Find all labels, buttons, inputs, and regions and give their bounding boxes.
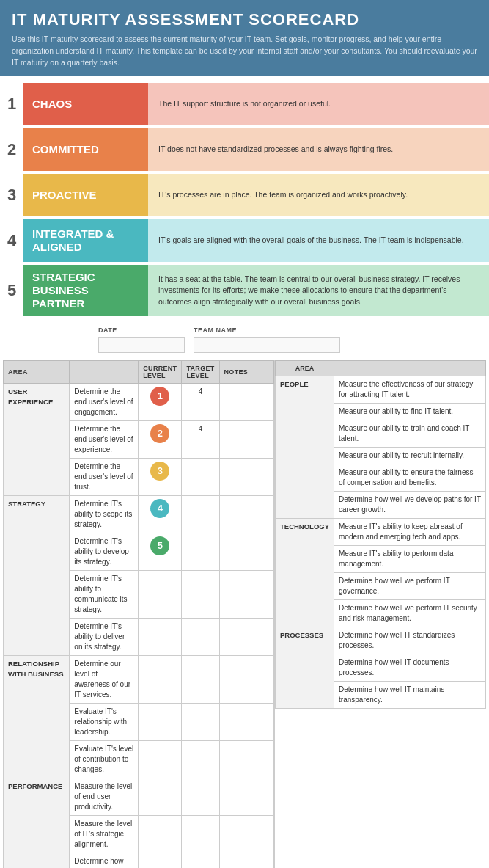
notes-cell (219, 619, 273, 656)
level-desc-1: The IT support structure is not organize… (148, 83, 489, 125)
right-area-cell: PROCESSES (276, 627, 334, 709)
right-area-cell: TECHNOLOGY (276, 519, 334, 627)
current-level-cell (139, 571, 182, 619)
table-row: TECHNOLOGYMeasure IT's ability to keep a… (276, 519, 486, 546)
target-level-cell: 4 (182, 421, 219, 459)
level-num-3: 3 (0, 174, 23, 216)
current-level-cell: 4 (139, 496, 182, 533)
task-cell: Evaluate IT's relationship with leadersh… (70, 704, 139, 741)
level-badge: 5 (150, 536, 169, 555)
level-desc-2: IT does not have standardized processes … (148, 128, 489, 171)
notes-cell (219, 459, 273, 496)
area-cell: RELATIONSHIP WITH BUSINESS (4, 656, 70, 778)
task-cell: Determine IT's ability to develop its st… (70, 533, 139, 571)
page-header: IT Maturity Assessment Scorecard Use thi… (0, 0, 489, 76)
right-task-cell: Measure our ability to train and coach I… (334, 420, 486, 448)
right-task-header (334, 361, 486, 376)
task-cell: Evaluate IT's level of contribution to c… (70, 741, 139, 778)
current-level-cell (139, 778, 182, 816)
col-area-header: AREA (4, 361, 70, 384)
table-row: PROCESSESDetermine how well IT standardi… (276, 627, 486, 654)
team-label: TEAM NAME (194, 327, 282, 334)
right-table: AREA PEOPLEMeasure the effectiveness of … (275, 360, 486, 709)
notes-cell (219, 384, 273, 421)
current-level-cell: 1 (139, 384, 182, 421)
target-level-cell (182, 778, 219, 816)
current-level-cell (139, 704, 182, 741)
target-level-cell (182, 571, 219, 619)
level-label-1: CHAOS (23, 83, 148, 125)
notes-cell (219, 778, 273, 816)
level-desc-4: IT's goals are aligned with the overall … (148, 219, 489, 262)
right-area-cell: PEOPLE (276, 376, 334, 519)
notes-cell (219, 656, 273, 704)
task-cell: Determine our level of awareness of our … (70, 656, 139, 704)
level-num-1: 1 (0, 83, 23, 125)
level-row-4: 4 INTEGRATED & ALIGNED IT's goals are al… (0, 219, 489, 262)
task-cell: Measure the level of end user productivi… (70, 778, 139, 816)
level-badge: 3 (150, 462, 169, 481)
area-cell: STRATEGY (4, 496, 70, 656)
date-inputs-row (98, 337, 486, 353)
level-num-5: 5 (0, 265, 23, 316)
col-current-header: CURRENT LEVEL (139, 361, 182, 384)
date-input[interactable] (98, 337, 185, 353)
level-badge: 2 (150, 424, 169, 443)
level-label-5: STRATEGIC BUSINESS PARTNER (23, 265, 148, 316)
task-cell: Determine how well IT performs its SLAs. (70, 853, 139, 868)
right-task-cell: Measure IT's ability to perform data man… (334, 546, 486, 573)
left-table-wrap: AREA CURRENT LEVEL TARGET LEVEL NOTES US… (3, 360, 274, 868)
notes-cell (219, 816, 273, 853)
level-desc-3: IT's processes are in place. The team is… (148, 174, 489, 216)
right-task-cell: Determine how well we perform IT securit… (334, 600, 486, 627)
task-cell: Determine the end user's level of experi… (70, 421, 139, 459)
level-num-4: 4 (0, 219, 23, 262)
col-target-header: TARGET LEVEL (182, 361, 219, 384)
col-notes-header: NOTES (219, 361, 273, 384)
level-label-4: INTEGRATED & ALIGNED (23, 219, 148, 262)
notes-cell (219, 853, 273, 868)
level-num-2: 2 (0, 128, 23, 171)
target-level-cell (182, 496, 219, 533)
team-input[interactable] (194, 337, 340, 353)
table-row: RELATIONSHIP WITH BUSINESSDetermine our … (4, 656, 274, 704)
right-task-cell: Measure our ability to recruit internall… (334, 448, 486, 464)
date-label: DATE (98, 327, 186, 334)
target-level-cell (182, 704, 219, 741)
page-title: IT Maturity Assessment Scorecard (12, 10, 477, 29)
right-task-cell: Measure the effectiveness of our strateg… (334, 376, 486, 404)
right-task-cell: Determine how well IT maintains transpar… (334, 682, 486, 709)
level-desc-5: It has a seat at the table. The team is … (148, 265, 489, 316)
right-task-cell: Determine how well IT standardizes proce… (334, 627, 486, 654)
current-level-cell (139, 816, 182, 853)
area-cell: USER EXPERIENCE (4, 384, 70, 496)
target-level-cell (182, 656, 219, 704)
right-area-header: AREA (276, 361, 334, 376)
level-row-5: 5 STRATEGIC BUSINESS PARTNER It has a se… (0, 265, 489, 316)
target-level-cell: 4 (182, 384, 219, 421)
target-level-cell (182, 816, 219, 853)
table-row: USER EXPERIENCEDetermine the end user's … (4, 384, 274, 421)
task-cell: Determine the end user's level of engage… (70, 384, 139, 421)
target-level-cell (182, 741, 219, 778)
current-level-cell (139, 656, 182, 704)
task-cell: Measure the level of IT's strategic alig… (70, 816, 139, 853)
right-task-cell: Determine how well IT documents processe… (334, 654, 486, 682)
area-cell: PERFORMANCE (4, 778, 70, 868)
notes-cell (219, 704, 273, 741)
current-level-cell (139, 853, 182, 868)
current-level-cell (139, 619, 182, 656)
table-row: PERFORMANCEMeasure the level of end user… (4, 778, 274, 816)
level-row-1: 1 CHAOS The IT support structure is not … (0, 83, 489, 125)
level-row-2: 2 COMMITTED IT does not have standardize… (0, 128, 489, 171)
notes-cell (219, 421, 273, 459)
level-label-3: PROACTIVE (23, 174, 148, 216)
notes-cell (219, 496, 273, 533)
right-table-wrap: AREA PEOPLEMeasure the effectiveness of … (274, 360, 486, 868)
current-level-cell: 3 (139, 459, 182, 496)
notes-cell (219, 571, 273, 619)
target-level-cell (182, 459, 219, 496)
target-level-cell (182, 853, 219, 868)
level-label-2: COMMITTED (23, 128, 148, 171)
levels-section: 1 CHAOS The IT support structure is not … (0, 76, 489, 316)
